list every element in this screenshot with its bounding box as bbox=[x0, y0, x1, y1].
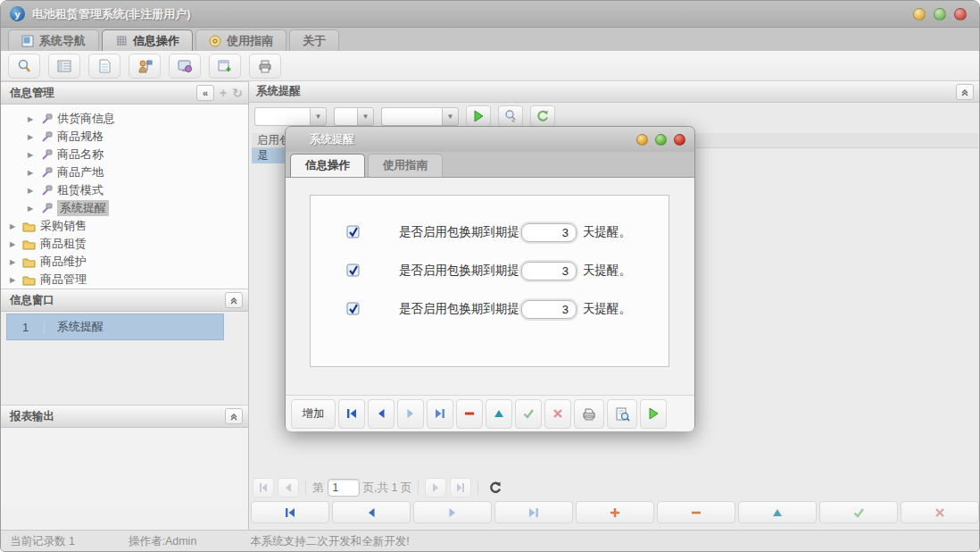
collapse-left-button[interactable]: « bbox=[196, 85, 214, 101]
add-button[interactable]: 增加 bbox=[291, 399, 336, 429]
tree-item-system-reminder[interactable]: ▶系统提醒 bbox=[1, 199, 248, 217]
record-confirm-button[interactable] bbox=[819, 501, 898, 523]
dialog-prev-button[interactable] bbox=[368, 399, 394, 429]
filter-search-edit-button[interactable] bbox=[498, 105, 523, 127]
collapse-up-icon[interactable] bbox=[956, 84, 974, 100]
checkbox-checked-icon[interactable] bbox=[346, 225, 361, 239]
tab-about[interactable]: 关于 bbox=[289, 29, 339, 51]
page-number-input[interactable] bbox=[328, 479, 360, 497]
expander-icon[interactable]: ▶ bbox=[10, 258, 18, 266]
run-icon bbox=[471, 109, 486, 123]
tree-item-goods-management[interactable]: ▶商品管理 bbox=[1, 271, 248, 289]
collapse-up-icon[interactable] bbox=[225, 292, 243, 308]
list-item[interactable]: 1 系统提醒 bbox=[6, 314, 224, 340]
dialog-edit-button[interactable] bbox=[486, 399, 512, 429]
page-prev-button[interactable] bbox=[278, 478, 299, 498]
record-cancel-button[interactable] bbox=[901, 501, 979, 523]
app-window: y 电池租赁管理系统(非注册用户) 系统导航 信息操作 使用指南 bbox=[0, 0, 980, 552]
record-add-button[interactable] bbox=[576, 501, 654, 523]
tab-label: 系统导航 bbox=[39, 33, 86, 49]
dialog-close-button[interactable] bbox=[674, 134, 685, 146]
dialog-preview-button[interactable] bbox=[607, 399, 637, 429]
tree-item-name[interactable]: ▶商品名称 bbox=[1, 146, 248, 163]
checkbox-checked-icon[interactable] bbox=[346, 263, 361, 278]
record-prev-button[interactable] bbox=[332, 501, 411, 523]
reminder-days-input[interactable] bbox=[521, 300, 577, 319]
dialog-tab-info-operation[interactable]: 信息操作 bbox=[290, 154, 365, 177]
expander-icon[interactable]: ▶ bbox=[28, 205, 36, 213]
tool-icon bbox=[40, 166, 53, 179]
expander-icon[interactable]: ▶ bbox=[28, 151, 36, 159]
reminder-days-input[interactable] bbox=[521, 262, 577, 280]
dialog-title: 系统提醒 bbox=[310, 132, 354, 147]
refresh-icon[interactable]: ↻ bbox=[232, 86, 243, 100]
expander-icon[interactable]: ▶ bbox=[10, 276, 18, 284]
page-next-button[interactable] bbox=[425, 478, 446, 498]
record-toolbar bbox=[251, 501, 979, 524]
search-toolbar-button[interactable] bbox=[8, 54, 40, 79]
record-first-button[interactable] bbox=[251, 501, 329, 523]
expander-icon[interactable]: ▶ bbox=[28, 115, 36, 123]
maximize-button[interactable] bbox=[934, 8, 946, 21]
dialog-confirm-button[interactable] bbox=[515, 399, 542, 429]
dialog-minimize-button[interactable] bbox=[636, 134, 648, 146]
dialog-maximize-button[interactable] bbox=[655, 134, 667, 146]
dialog-first-button[interactable] bbox=[338, 399, 365, 429]
record-next-button[interactable] bbox=[413, 501, 492, 523]
folder-icon bbox=[22, 238, 36, 250]
report-output-body bbox=[1, 428, 248, 508]
user-toolbar-button[interactable] bbox=[129, 54, 161, 79]
record-last-button[interactable] bbox=[494, 501, 573, 523]
filter-refresh-button[interactable] bbox=[530, 105, 555, 127]
dialog-print-button[interactable] bbox=[574, 399, 604, 429]
tab-system-nav[interactable]: 系统导航 bbox=[8, 29, 99, 51]
operator-text: 操作者:Admin bbox=[129, 534, 196, 549]
monitor-toolbar-button[interactable] bbox=[169, 54, 201, 79]
dialog-next-button[interactable] bbox=[397, 399, 424, 429]
row-index: 1 bbox=[7, 321, 45, 334]
expander-icon[interactable]: ▶ bbox=[10, 222, 18, 230]
checkbox-checked-icon[interactable] bbox=[346, 302, 361, 316]
dialog-last-button[interactable] bbox=[427, 399, 453, 429]
tree-item-purchase-sale[interactable]: ▶采购销售 bbox=[1, 217, 248, 235]
filter-combo-operator[interactable]: ▼ bbox=[334, 107, 374, 126]
tree-item-rental-mode[interactable]: ▶租赁模式 bbox=[1, 181, 248, 199]
page-refresh-button[interactable] bbox=[485, 478, 506, 498]
dialog-cancel-button[interactable] bbox=[544, 399, 571, 429]
grid-cell: 是 bbox=[257, 148, 269, 163]
tree-item-goods-maintenance[interactable]: ▶商品维护 bbox=[1, 253, 248, 271]
page-first-button[interactable] bbox=[253, 478, 274, 498]
expander-icon[interactable]: ▶ bbox=[28, 133, 36, 141]
tab-info-operation[interactable]: 信息操作 bbox=[102, 29, 193, 51]
filter-run-button[interactable] bbox=[466, 105, 491, 127]
document-toolbar-button[interactable] bbox=[88, 54, 120, 79]
tree-item-label: 采购销售 bbox=[40, 218, 87, 234]
reminder-days-input[interactable] bbox=[521, 223, 577, 242]
filter-combo-field[interactable]: ▼ bbox=[254, 107, 327, 126]
reminder-suffix: 天提醒。 bbox=[583, 301, 631, 317]
dialog-run-button[interactable] bbox=[640, 399, 667, 429]
page-last-button[interactable] bbox=[450, 478, 471, 498]
record-edit-button[interactable] bbox=[738, 501, 817, 523]
list-toolbar-button[interactable] bbox=[48, 54, 80, 79]
filter-combo-value[interactable]: ▼ bbox=[381, 107, 459, 126]
folder-icon bbox=[22, 255, 36, 268]
record-remove-button[interactable] bbox=[657, 501, 735, 523]
close-button[interactable] bbox=[954, 8, 967, 21]
collapse-up-icon[interactable] bbox=[225, 408, 243, 424]
expander-icon[interactable]: ▶ bbox=[28, 187, 36, 195]
tree-item-label: 商品维护 bbox=[40, 254, 87, 270]
new-window-toolbar-button[interactable] bbox=[209, 54, 241, 79]
tree-item-goods-rental[interactable]: ▶商品租赁 bbox=[1, 235, 248, 253]
expander-icon[interactable]: ▶ bbox=[28, 169, 36, 177]
tab-user-guide[interactable]: 使用指南 bbox=[195, 29, 287, 51]
tree-item-spec[interactable]: ▶商品规格 bbox=[1, 128, 248, 146]
add-icon[interactable]: + bbox=[220, 86, 227, 100]
expander-icon[interactable]: ▶ bbox=[10, 240, 18, 248]
tree-item-origin[interactable]: ▶商品产地 bbox=[1, 163, 248, 181]
minimize-button[interactable] bbox=[913, 8, 926, 21]
printer-toolbar-button[interactable] bbox=[249, 54, 281, 79]
dialog-tab-user-guide[interactable]: 使用指南 bbox=[368, 154, 443, 177]
dialog-remove-button[interactable] bbox=[456, 399, 483, 429]
tree-item-supplier[interactable]: ▶供货商信息 bbox=[1, 110, 248, 128]
